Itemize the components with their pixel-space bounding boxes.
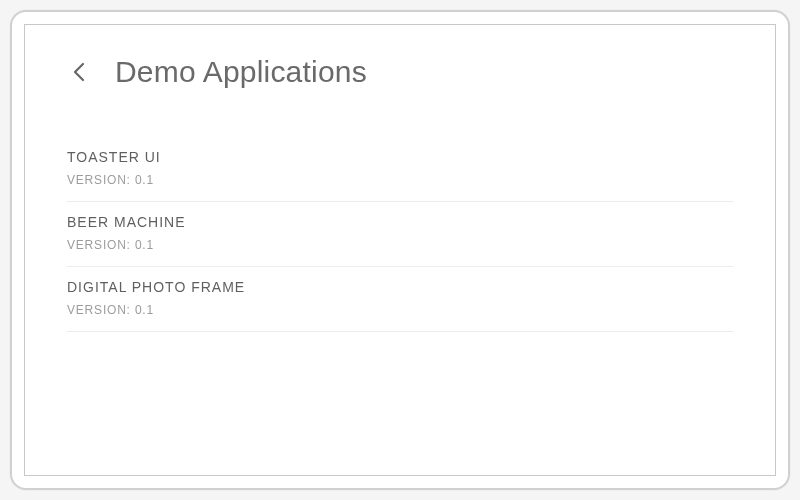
back-button[interactable] <box>65 58 93 86</box>
page-title: Demo Applications <box>115 55 367 89</box>
app-version: VERSION: 0.1 <box>67 303 733 317</box>
app-version: VERSION: 0.1 <box>67 238 733 252</box>
list-item[interactable]: DIGITAL PHOTO FRAME VERSION: 0.1 <box>67 267 733 332</box>
app-name: BEER MACHINE <box>67 214 733 230</box>
app-name: DIGITAL PHOTO FRAME <box>67 279 733 295</box>
chevron-left-icon <box>73 62 85 82</box>
app-version: VERSION: 0.1 <box>67 173 733 187</box>
app-list: TOASTER UI VERSION: 0.1 BEER MACHINE VER… <box>61 137 739 332</box>
list-item[interactable]: TOASTER UI VERSION: 0.1 <box>67 137 733 202</box>
screen: Demo Applications TOASTER UI VERSION: 0.… <box>24 24 776 476</box>
app-name: TOASTER UI <box>67 149 733 165</box>
list-item[interactable]: BEER MACHINE VERSION: 0.1 <box>67 202 733 267</box>
device-frame: Demo Applications TOASTER UI VERSION: 0.… <box>10 10 790 490</box>
header: Demo Applications <box>61 55 739 89</box>
